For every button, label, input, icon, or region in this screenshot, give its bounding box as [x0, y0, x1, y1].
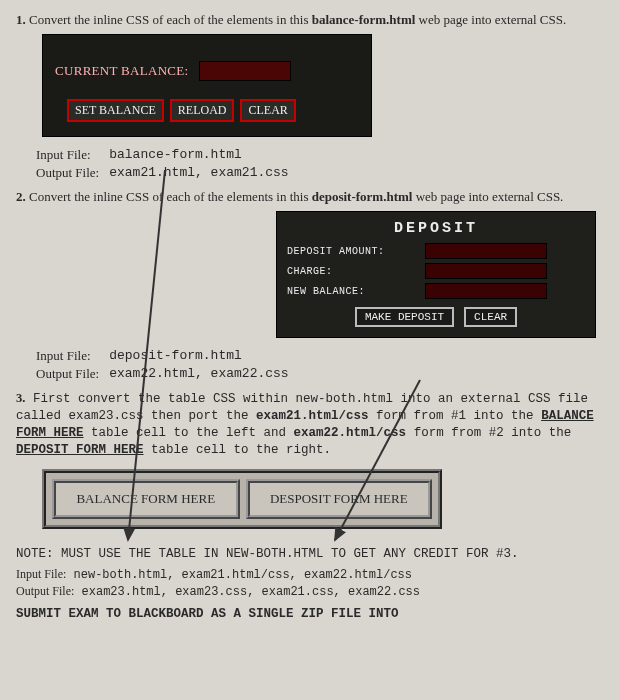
q1-text-b: web page into external CSS. [419, 12, 567, 27]
deposit-amount-field[interactable] [425, 243, 547, 259]
io1-out-val: exam21.html, exam21.css [109, 165, 296, 181]
q3-c: form from #1 into the [376, 409, 541, 423]
q1-num: 1. [16, 12, 26, 27]
q3-h: DEPOSIT FORM HERE [16, 443, 144, 457]
io3-in-val: new-both.html, exam21.html/css, exam22.h… [74, 568, 412, 582]
q3-b: exam21.html/css [256, 409, 369, 423]
io-1: Input File: balance-form.html Output Fil… [34, 145, 299, 183]
q1-text-a: Convert the inline CSS of each of the el… [29, 12, 312, 27]
io3-out: Output File: exam23.html, exam23.css, ex… [16, 584, 604, 599]
io1-in-val: balance-form.html [109, 147, 296, 163]
q2-text-b: web page into external CSS. [416, 189, 564, 204]
q3-e: table cell to the left and [91, 426, 294, 440]
question-1: 1. Convert the inline CSS of each of the… [16, 12, 604, 28]
q2-bold: deposit-form.html [312, 189, 413, 204]
deposit-form-panel: DEPOSIT DEPOSIT AMOUNT: CHARGE: NEW BALA… [276, 211, 596, 338]
q3-num: 3. [16, 391, 25, 405]
note-line: NOTE: MUST USE THE TABLE IN NEW-BOTH.HTM… [16, 547, 604, 561]
current-balance-label: CURRENT BALANCE: [55, 63, 189, 79]
q1-bold: balance-form.html [312, 12, 416, 27]
io-2: Input File: deposit-form.html Output Fil… [34, 346, 299, 384]
set-balance-button[interactable]: SET BALANCE [67, 99, 164, 122]
io2-out-lbl: Output File: [36, 366, 107, 382]
both-table: BALANCE FORM HERE DESPOSIT FORM HERE [42, 469, 442, 529]
charge-field[interactable] [425, 263, 547, 279]
deposit-form-here-cell: DESPOSIT FORM HERE [246, 479, 432, 519]
new-balance-label: NEW BALANCE: [287, 286, 417, 297]
balance-form-here-cell: BALANCE FORM HERE [52, 479, 240, 519]
io2-in-val: deposit-form.html [109, 348, 296, 364]
q2-num: 2. [16, 189, 26, 204]
q3-f: exam22.html/css [294, 426, 407, 440]
io1-in-lbl: Input File: [36, 147, 107, 163]
question-2: 2. Convert the inline CSS of each of the… [16, 189, 604, 205]
io2-out-val: exam22.html, exam22.css [109, 366, 296, 382]
io2-in-lbl: Input File: [36, 348, 107, 364]
reload-button[interactable]: RELOAD [170, 99, 235, 122]
deposit-clear-button[interactable]: CLEAR [464, 307, 517, 327]
clear-button[interactable]: CLEAR [240, 99, 295, 122]
balance-form-panel: CURRENT BALANCE: SET BALANCE RELOAD CLEA… [42, 34, 372, 137]
question-3: 3. First convert the table CSS within ne… [16, 390, 604, 459]
io1-out-lbl: Output File: [36, 165, 107, 181]
q2-text-a: Convert the inline CSS of each of the el… [29, 189, 312, 204]
io3-in: Input File: new-both.html, exam21.html/c… [16, 567, 604, 582]
io3-out-lbl: Output File: [16, 584, 74, 598]
io3-out-val: exam23.html, exam23.css, exam21.css, exa… [82, 585, 420, 599]
charge-label: CHARGE: [287, 266, 417, 277]
new-balance-field[interactable] [425, 283, 547, 299]
make-deposit-button[interactable]: MAKE DEPOSIT [355, 307, 454, 327]
io3-in-lbl: Input File: [16, 567, 66, 581]
deposit-amount-label: DEPOSIT AMOUNT: [287, 246, 417, 257]
current-balance-field[interactable] [199, 61, 291, 81]
q3-g: form from #2 into the [414, 426, 572, 440]
submit-line: SUBMIT EXAM TO BLACKBOARD AS A SINGLE ZI… [16, 607, 604, 621]
q3-i: table cell to the right. [151, 443, 331, 457]
deposit-title: DEPOSIT [287, 220, 585, 237]
